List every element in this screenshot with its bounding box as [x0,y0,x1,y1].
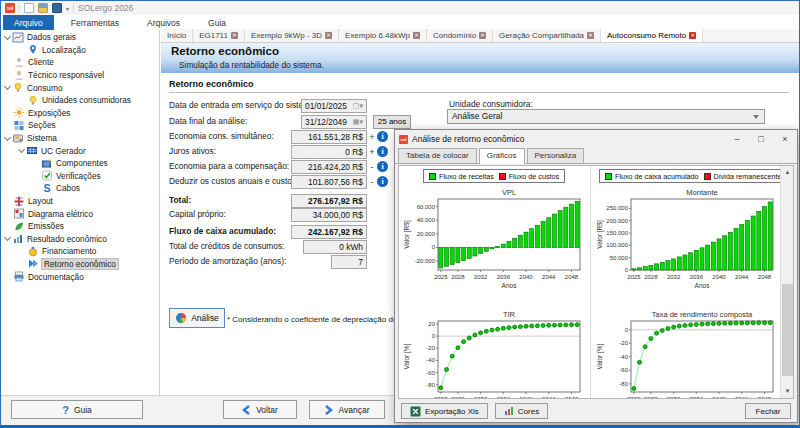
maximize-icon[interactable]: □ [749,130,773,148]
close-button[interactable]: Fechar [745,403,791,419]
svg-text:2036: 2036 [690,396,704,399]
field-label-juros-ativos: Juros ativos: [169,145,216,158]
scroll-up-icon[interactable]: ▲ [781,166,794,179]
scroll-down-icon[interactable]: ▼ [781,385,794,398]
minimize-icon[interactable]: – [725,130,749,148]
tab-label: Exemplo 9kWp - 3D [251,31,322,40]
unit-label: Unidade consumidora: [449,99,533,109]
period-25-anos-button[interactable]: 25 anos [373,115,411,129]
arrow-left-icon [242,405,251,415]
info-icon[interactable]: i [377,161,388,172]
menu-guia[interactable]: Guia [197,15,237,30]
tab-close-icon[interactable]: ✕ [413,32,420,39]
sidebar-item-label: Unidades consumidoras [42,95,131,105]
sidebar-item-dados-gerais[interactable]: Dados gerais [1,31,159,44]
sidebar-item-resultado-economico[interactable]: Resultado econômico [1,233,159,246]
app-logo-icon: sol [5,3,15,13]
tab-geracao-compartilhada[interactable]: Geração Compartilhada✕ [493,29,601,42]
separator [19,3,20,13]
dialog-tab-personaliza[interactable]: Personaliza [527,148,585,163]
toolbar-dropdown-icon[interactable]: ▾ [66,5,69,12]
column-divider [590,166,591,398]
back-button[interactable]: Voltar [223,400,297,419]
field-value-juros-ativos: 0 R$ [291,145,367,159]
open-folder-icon[interactable] [38,3,48,13]
menu-ferramentas[interactable]: Ferramentas [60,15,130,30]
sidebar-item-label: Verificações [56,171,101,181]
expander-chevron-icon[interactable] [4,234,11,241]
guide-button[interactable]: ? Guia [11,400,143,419]
chart-montante: MontanteValor [R$]050.000100.000150.0002… [595,186,779,304]
sidebar-item-cliente[interactable]: Cliente [1,56,159,69]
expander-chevron-icon[interactable] [18,146,25,153]
menu-arquivos[interactable]: Arquivos [136,15,191,30]
dialog-button-bar: Exportação Xls Cores Fechar [395,400,797,422]
field-value-data-final-da-analise[interactable]: ▦▾31/12/2049 [301,115,367,129]
sidebar-item-diagrama-eletrico[interactable]: Diagrama elétrico [1,207,159,220]
sidebar-item-uc-gerador[interactable]: UC Gerador [1,144,159,157]
return-arrow-icon [27,258,39,269]
tab-eg1711[interactable]: EG1711✕ [193,29,245,42]
sidebar-item-exposicoes[interactable]: Exposições [1,107,159,120]
expander-chevron-icon[interactable] [4,134,11,141]
svg-text:2044: 2044 [542,396,556,399]
date-picker-icon[interactable]: ▦▾ [353,116,363,128]
field-label-economia-para-a-compensacao: Economia para a compensação: [169,160,289,173]
sidebar-item-unidades-consumidoras[interactable]: Unidades consumidoras [1,94,159,107]
chart-taxa-rendimento: Taxa de rendimento compostaValor [%]-80-… [595,308,779,399]
sidebar-item-label: Retorno econômico [42,259,118,269]
tab-close-icon[interactable]: ✕ [479,32,486,39]
sidebar-item-emissoes[interactable]: Emissões [1,220,159,233]
tab-inicio[interactable]: Início [161,29,193,42]
tab-close-icon[interactable]: ✕ [325,32,332,39]
close-icon[interactable]: × [773,130,797,148]
colors-button[interactable]: Cores [495,403,548,419]
info-icon[interactable]: i [377,176,388,187]
tab-exemplo-9kwp-3d[interactable]: Exemplo 9kWp - 3D✕ [245,29,339,42]
sidebar-item-tecnico-responsavel[interactable]: Técnico responsável [1,69,159,82]
sidebar-item-secoes[interactable]: Seções [1,119,159,132]
operator-sign: - [368,175,376,189]
sidebar-item-documentacao[interactable]: Documentação [1,270,159,283]
sidebar-item-consumo[interactable]: Consumo [1,81,159,94]
export-xls-label: Exportação Xls [425,407,479,416]
operator-sign: + [368,130,376,144]
analysis-button[interactable]: Análise [169,308,225,328]
tab-condominio[interactable]: Condomínio✕ [427,29,493,42]
svg-text:-60: -60 [619,367,628,373]
info-icon[interactable]: i [377,146,388,157]
menu-arquivo[interactable]: Arquivo [3,15,54,30]
info-icon[interactable]: i [377,131,388,142]
tab-close-icon[interactable]: ✕ [587,32,594,39]
svg-text:0: 0 [432,244,436,250]
expander-chevron-icon[interactable] [4,33,11,40]
tab-exemplo-6-48kwp[interactable]: Exemplo 6.48kWp✕ [339,29,427,42]
dialog-tab-tabela-de-colocar[interactable]: Tabela de colocar [398,148,477,163]
sidebar-tree: Dados geraisLocalizaçãoClienteTécnico re… [1,30,160,395]
dialog-scrollbar[interactable]: ▲ ▼ [780,166,793,398]
next-button[interactable]: Avançar [309,400,385,419]
sidebar-item-sistema[interactable]: Sistema [1,132,159,145]
sidebar-item-layout[interactable]: Layout [1,195,159,208]
tab-close-icon[interactable]: ✕ [231,32,238,39]
export-xls-button[interactable]: Exportação Xls [401,403,488,419]
sidebar-item-verificacoes[interactable]: Verificações [1,170,159,183]
sidebar-item-componentes[interactable]: Componentes [1,157,159,170]
svg-text:Taxa de rendimento composta: Taxa de rendimento composta [652,310,753,319]
dialog-tabs: Tabela de colocarGráficosPersonaliza [395,148,797,164]
unit-select[interactable]: Análise Geral [447,109,765,124]
scrollbar-thumb[interactable] [782,284,793,376]
tab-close-icon[interactable]: ✕ [689,32,696,39]
svg-text:40.000: 40.000 [417,217,436,223]
sidebar-item-financiamento[interactable]: Financiamento [1,245,159,258]
sidebar-item-retorno-economico[interactable]: Retorno econômico [1,258,159,271]
expander-chevron-icon[interactable] [4,83,11,90]
dialog-tab-graficos[interactable]: Gráficos [479,148,525,164]
dialog-title-bar[interactable]: sol Análise de retorno econômico – □ × [395,130,797,148]
save-icon[interactable] [52,3,62,13]
sidebar-item-cabos[interactable]: SCabos [1,182,159,195]
sidebar-item-localizacao[interactable]: Localização [1,44,159,57]
bulb-icon [27,95,39,106]
new-file-icon[interactable] [24,3,34,13]
tab-autoconsumo-remoto[interactable]: Autoconsumo Remoto✕ [601,29,703,42]
